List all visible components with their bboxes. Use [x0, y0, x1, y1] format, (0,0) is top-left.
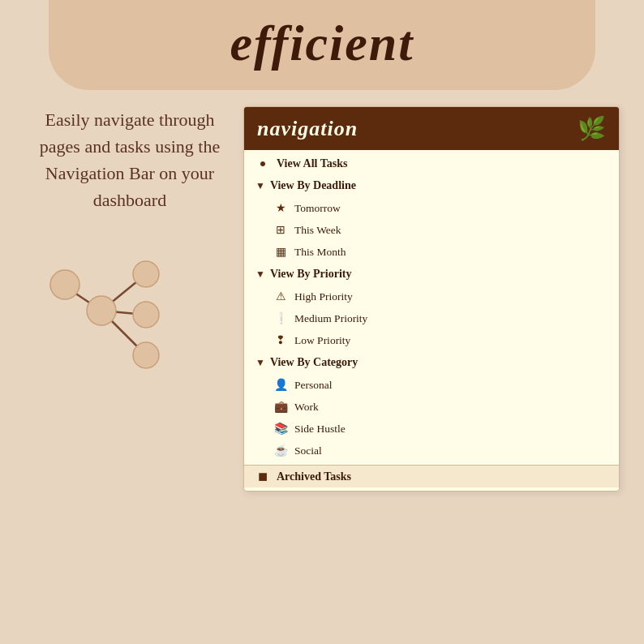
diagram: [41, 230, 219, 392]
deadline-label: View By Deadline: [270, 179, 356, 192]
nav-section-priority[interactable]: ▼ View By Priority: [244, 263, 619, 286]
this-week-label: This Week: [294, 224, 341, 237]
archived-label: Archived Tasks: [277, 470, 351, 483]
nav-title: navigation: [257, 117, 358, 141]
arrow-deadline: ▼: [255, 180, 265, 192]
nav-side-hustle[interactable]: 📚 Side Hustle: [244, 418, 619, 440]
svg-point-4: [50, 270, 79, 299]
nav-archived[interactable]: ◼ Archived Tasks: [244, 465, 619, 487]
work-label: Work: [294, 401, 319, 414]
low-priority-label: Low Priority: [294, 334, 350, 347]
circle-icon: ●: [255, 157, 270, 170]
nav-low-priority[interactable]: ❢ Low Priority: [244, 329, 619, 351]
low-priority-icon: ❢: [273, 333, 288, 347]
medium-priority-icon: ❕: [273, 311, 288, 325]
nav-this-month[interactable]: ▦ This Month: [244, 241, 619, 263]
svg-point-5: [87, 296, 116, 325]
nav-work[interactable]: 💼 Work: [244, 396, 619, 418]
view-all-label: View All Tasks: [277, 157, 347, 170]
nav-section-deadline[interactable]: ▼ View By Deadline: [244, 174, 619, 197]
side-hustle-label: Side Hustle: [294, 423, 346, 436]
nav-medium-priority[interactable]: ❕ Medium Priority: [244, 307, 619, 329]
nav-tomorrow[interactable]: ★ Tomorrow: [244, 197, 619, 219]
leaf-icon: 🌿: [577, 115, 606, 142]
category-label: View By Category: [270, 356, 358, 369]
arrow-category: ▼: [255, 357, 265, 369]
personal-label: Personal: [294, 379, 333, 392]
archive-icon: ◼: [255, 470, 270, 483]
svg-point-6: [133, 261, 159, 287]
this-month-label: This Month: [294, 246, 346, 259]
nav-view-all[interactable]: ● View All Tasks: [244, 153, 619, 174]
banner-title: efficient: [49, 15, 596, 72]
tomorrow-label: Tomorrow: [294, 202, 341, 215]
work-icon: 💼: [273, 400, 288, 414]
description-text: Easily navigate through pages and tasks …: [24, 106, 235, 213]
diagram-svg: [41, 230, 219, 392]
nav-social[interactable]: ☕ Social: [244, 440, 619, 462]
nav-body: ● View All Tasks ▼ View By Deadline ★ To…: [244, 150, 619, 491]
arrow-priority: ▼: [255, 268, 265, 281]
social-icon: ☕: [273, 444, 288, 457]
nav-personal[interactable]: 👤 Personal: [244, 374, 619, 396]
nav-header: navigation 🌿: [244, 107, 619, 150]
left-side: Easily navigate through pages and tasks …: [24, 106, 235, 392]
personal-icon: 👤: [273, 378, 288, 392]
svg-point-8: [133, 342, 159, 368]
week-icon: ⊞: [273, 223, 288, 237]
high-priority-label: High Priority: [294, 290, 353, 303]
main-content: Easily navigate through pages and tasks …: [0, 106, 644, 492]
social-label: Social: [294, 444, 322, 457]
high-priority-icon: ⚠: [273, 290, 288, 303]
navigation-panel: navigation 🌿 ● View All Tasks ▼ View By …: [243, 106, 620, 492]
month-icon: ▦: [273, 245, 288, 259]
medium-priority-label: Medium Priority: [294, 312, 367, 325]
priority-label: View By Priority: [270, 268, 352, 281]
side-hustle-icon: 📚: [273, 422, 288, 436]
nav-this-week[interactable]: ⊞ This Week: [244, 219, 619, 241]
nav-high-priority[interactable]: ⚠ High Priority: [244, 286, 619, 307]
nav-section-category[interactable]: ▼ View By Category: [244, 351, 619, 374]
svg-point-7: [133, 302, 159, 328]
star-icon: ★: [273, 201, 288, 215]
top-banner: efficient: [49, 0, 596, 90]
